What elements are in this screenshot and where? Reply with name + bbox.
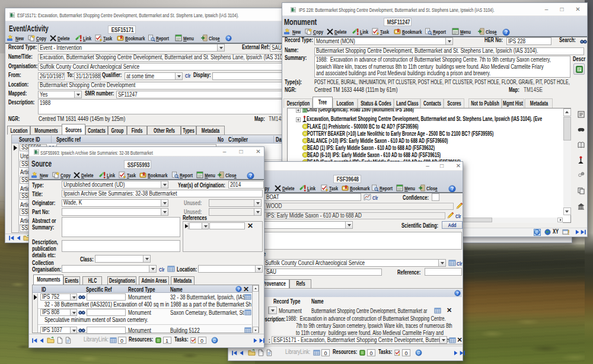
svg-text:!: ! <box>568 229 569 235</box>
